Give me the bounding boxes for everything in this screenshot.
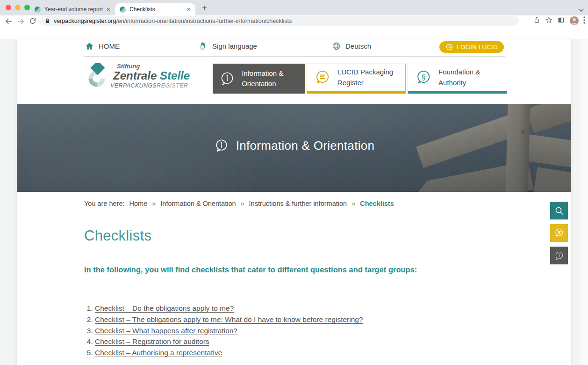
list-item: Checklist – Authorising a representative: [95, 349, 363, 357]
info-bubble-icon: [214, 138, 229, 153]
scrollbar[interactable]: [581, 39, 588, 365]
toolbar-bottom-band: [0, 27, 588, 39]
window-controls: [6, 5, 30, 10]
lucid-icon: [313, 68, 331, 87]
login-lucid-button[interactable]: LOGIN LUCID: [439, 41, 504, 53]
globe-icon: [332, 42, 341, 51]
main-nav-label: Foundation & Authority: [438, 67, 501, 88]
zoom-window-button[interactable]: [24, 5, 30, 10]
breadcrumb-instructions: Instructions & further information: [249, 200, 347, 207]
tab-checklists[interactable]: Checklists ×: [115, 3, 195, 15]
main-nav-lucid-packaging-register[interactable]: LUCID Packaging Register: [307, 64, 406, 94]
login-arrow-icon: [445, 43, 453, 51]
hero-banner: Information & Orientation: [17, 104, 571, 192]
checklist-link-5[interactable]: Checklist – Authorising a representative: [95, 349, 222, 357]
page-sheet: HOME Sign language Deutsch LOGIN LUCID: [17, 39, 571, 365]
tab-year-end-volume-report[interactable]: Year-end volume report ×: [30, 3, 115, 15]
utility-nav: HOME Sign language Deutsch LOGIN LUCID: [84, 39, 505, 57]
breadcrumb-checklists[interactable]: Checklists: [360, 200, 394, 207]
browser-toolbar: verpackungsregister.org/en/information-o…: [0, 15, 588, 27]
intro-text: In the following, you will find checklis…: [84, 265, 417, 274]
checklist-list: Checklist – Do the obligations apply to …: [85, 304, 363, 360]
sidebar-toggle-icon[interactable]: [557, 16, 565, 26]
checklist-link-4[interactable]: Checklist – Registration for auditors: [95, 337, 209, 345]
logo-line3-part1: VERPACKUNGS: [110, 82, 157, 89]
logo-mark-icon: [84, 63, 109, 89]
lucid-quick-button[interactable]: [550, 224, 568, 242]
hero-title: Information & Orientation: [236, 139, 375, 153]
breadcrumb: You are here: Home » Information & Orien…: [84, 200, 394, 207]
close-tab-icon[interactable]: ×: [187, 6, 191, 13]
breadcrumb-separator: »: [241, 200, 244, 207]
reload-button[interactable]: [28, 16, 37, 26]
main-nav-information-orientation[interactable]: Information & Orientation: [213, 64, 305, 94]
breadcrumb-home[interactable]: Home: [129, 200, 148, 207]
url-path: /en/information-orientation/instructions…: [116, 18, 292, 24]
main-nav-label: LUCID Packaging Register: [337, 67, 399, 88]
checklist-link-2[interactable]: Checklist – The obligations apply to me:…: [95, 315, 363, 323]
main-nav-label: Information & Orientation: [242, 68, 299, 89]
address-bar[interactable]: verpackungsregister.org/en/information-o…: [39, 16, 519, 26]
home-icon: [85, 42, 94, 51]
logo-line2-part1: Zentrale: [113, 69, 157, 82]
url-domain: verpackungsregister.org: [54, 18, 116, 24]
lucid-icon: [553, 227, 565, 239]
site-favicon: [120, 7, 126, 13]
list-item: Checklist – What happens after registrat…: [95, 327, 363, 335]
logo-line2-part2: Stelle: [160, 69, 190, 82]
info-quick-button[interactable]: [550, 247, 568, 264]
forward-button[interactable]: [16, 16, 25, 26]
tab-title: Checklists: [129, 6, 183, 13]
nav-language-deutsch[interactable]: Deutsch: [332, 42, 371, 51]
sign-language-hand-icon: [199, 42, 208, 51]
nav-sign-language-label: Sign language: [212, 42, 257, 50]
list-item: Checklist – Registration for auditors: [95, 337, 363, 346]
new-tab-button[interactable]: +: [202, 3, 207, 13]
site-logo[interactable]: Stiftung Zentrale Stelle VERPACKUNGSREGI…: [84, 63, 190, 89]
back-button[interactable]: [4, 16, 13, 26]
breadcrumb-separator: »: [351, 200, 355, 207]
svg-text:§: §: [422, 72, 426, 81]
logo-text: Stiftung Zentrale Stelle VERPACKUNGSREGI…: [110, 63, 190, 89]
browser-tab-strip: Year-end volume report × Checklists × +: [0, 0, 588, 15]
list-item: Checklist – The obligations apply to me:…: [95, 315, 363, 324]
close-tab-icon[interactable]: ×: [107, 6, 110, 13]
tab-title: Year-end volume report: [44, 6, 103, 13]
close-window-button[interactable]: [6, 5, 11, 10]
site-favicon: [35, 7, 41, 13]
minimize-window-button[interactable]: [15, 5, 21, 10]
checklist-link-3[interactable]: Checklist – What happens after registrat…: [95, 327, 237, 335]
info-bubble-icon: [219, 69, 236, 88]
nav-sign-language[interactable]: Sign language: [199, 42, 257, 51]
search-icon: [554, 206, 564, 216]
page-viewport: HOME Sign language Deutsch LOGIN LUCID: [0, 39, 588, 365]
breadcrumb-separator: »: [152, 200, 156, 207]
page-title: Checklists: [84, 227, 151, 244]
paragraph-icon: §: [414, 68, 432, 87]
browser-menu-icon[interactable]: [583, 16, 585, 26]
checklist-link-1[interactable]: Checklist – Do the obligations apply to …: [95, 304, 234, 312]
main-nav-foundation-authority[interactable]: § Foundation & Authority: [408, 64, 507, 94]
info-bubble-icon: [554, 250, 565, 261]
breadcrumb-information-orientation: Information & Orientation: [160, 200, 236, 207]
lock-icon: [45, 18, 50, 24]
breadcrumb-prefix: You are here:: [84, 200, 125, 207]
chevron-down-icon[interactable]: [579, 6, 584, 14]
nav-home-label: HOME: [99, 42, 120, 50]
profile-avatar[interactable]: [570, 16, 579, 25]
bookmark-star-icon[interactable]: [545, 16, 552, 26]
share-icon[interactable]: [533, 16, 540, 26]
search-button[interactable]: [550, 202, 568, 219]
login-label: LOGIN LUCID: [457, 44, 498, 51]
list-item: Checklist – Do the obligations apply to …: [95, 304, 363, 313]
nav-home[interactable]: HOME: [85, 42, 120, 51]
logo-line1: Stiftung: [117, 63, 190, 69]
logo-line3-part2: REGISTER: [157, 82, 188, 89]
nav-language-label: Deutsch: [345, 42, 371, 50]
